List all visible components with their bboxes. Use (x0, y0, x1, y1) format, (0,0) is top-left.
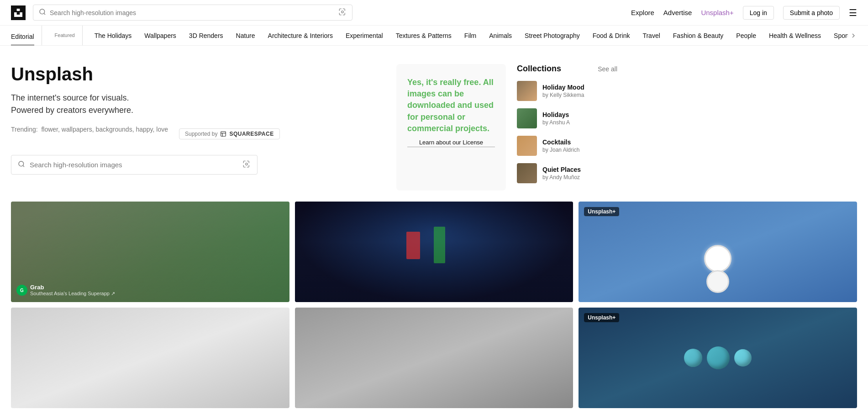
free-box-headline-start: Yes, it's really free. (407, 78, 483, 87)
photo-card-6[interactable]: Unsplash+ (579, 308, 857, 408)
photo-card-5[interactable] (295, 308, 573, 408)
collection-item-cocktails[interactable]: Cocktails by Joan Aldrich (517, 136, 617, 156)
svg-rect-2 (221, 132, 226, 137)
search-icon (39, 8, 46, 17)
collections-section: Collections See all Holiday Mood by Kell… (517, 64, 617, 191)
unsplash-plus-badge-3: Unsplash+ (584, 207, 619, 216)
free-box-headline: Yes, it's really free. All images can be… (407, 77, 495, 134)
lens-icon[interactable] (338, 8, 347, 17)
collection-item-holiday-mood[interactable]: Holiday Mood by Kelly Sikkema (517, 81, 617, 101)
sponsor-info-grab: Grab Southeast Asia's Leading Superapp ↗ (30, 284, 115, 297)
nav-item-architecture[interactable]: Architecture & Interiors (262, 26, 339, 46)
trending-links[interactable]: flower, wallpapers, backgrounds, happy, … (41, 126, 168, 133)
nav-chevron-right-icon[interactable] (850, 32, 857, 39)
see-all-link[interactable]: See all (598, 65, 617, 73)
sponsor-logo-grab: G (16, 285, 27, 296)
nav-item-film[interactable]: Film (458, 26, 483, 46)
editorial-tab[interactable]: Editorial (11, 26, 42, 46)
search-icon (18, 160, 25, 169)
collection-thumb-cocktails (517, 136, 537, 156)
collection-name-holiday-mood: Holiday Mood (542, 84, 617, 91)
supported-by-label: Supported by (185, 131, 217, 137)
collection-info-quiet: Quiet Places by Andy Muñoz (542, 166, 617, 181)
photo-image-4 (11, 308, 289, 408)
nav-item-people[interactable]: People (730, 26, 763, 46)
sponsor-sub-grab: Southeast Asia's Leading Superapp ↗ (30, 291, 115, 297)
collection-by-quiet: by Andy Muñoz (542, 174, 617, 181)
collection-by-cocktails: by Joan Aldrich (542, 147, 617, 153)
photo-card-3[interactable]: Unsplash+ (579, 202, 857, 302)
svg-point-0 (40, 9, 45, 14)
nav-item-experimental[interactable]: Experimental (339, 26, 389, 46)
nav-item-wallpapers[interactable]: Wallpapers (138, 26, 183, 46)
collection-by-holidays: by Anshu A (542, 119, 617, 126)
hero-section: Unsplash The internet's source for visua… (11, 64, 385, 191)
nav-item-sports[interactable]: Sports (827, 26, 848, 46)
photo-image-5 (295, 308, 573, 408)
trending-label: Trending: flower, wallpapers, background… (11, 126, 168, 133)
photo-card-1[interactable]: G Grab Southeast Asia's Leading Superapp… (11, 202, 289, 302)
nav-item-animals[interactable]: Animals (483, 26, 518, 46)
photo-card-2[interactable] (295, 202, 573, 302)
collection-by-holiday-mood: by Kelly Sikkema (542, 92, 617, 98)
nav-item-nature[interactable]: Nature (230, 26, 262, 46)
photo-image-3 (579, 202, 857, 302)
collection-info-cocktails: Cocktails by Joan Aldrich (542, 138, 617, 153)
sponsor-badge-grab: G Grab Southeast Asia's Leading Superapp… (16, 284, 115, 297)
collections-title: Collections (517, 64, 561, 74)
header-nav: Explore Advertise Unsplash+ Log in Submi… (631, 6, 857, 20)
trending-link[interactable]: backgrounds (95, 126, 132, 133)
trending-row: Trending: flower, wallpapers, background… (11, 126, 385, 142)
collection-name-holidays: Holidays (542, 111, 617, 118)
advertise-link[interactable]: Advertise (663, 9, 692, 16)
collection-item-holidays[interactable]: Holidays by Anshu A (517, 108, 617, 128)
collections-header: Collections See all (517, 64, 617, 74)
main-content: Unsplash The internet's source for visua… (0, 46, 868, 202)
collection-thumb-quiet (517, 163, 537, 183)
trending-link[interactable]: wallpapers (62, 126, 92, 133)
header-search-bar[interactable] (33, 5, 352, 21)
nav-item-holidays[interactable]: The Holidays (88, 26, 138, 46)
editorial-label: Editorial (11, 33, 34, 46)
collection-name-quiet: Quiet Places (542, 166, 617, 173)
svg-point-5 (19, 161, 24, 166)
collection-info-holiday-mood: Holiday Mood by Kelly Sikkema (542, 84, 617, 98)
photo-image-2 (295, 202, 573, 302)
trending-link[interactable]: love (156, 126, 168, 133)
photo-card-4[interactable] (11, 308, 289, 408)
unsplash-logo[interactable] (11, 5, 26, 20)
nav-item-fashion[interactable]: Fashion & Beauty (667, 26, 730, 46)
collection-thumb-holiday-mood (517, 81, 537, 101)
featured-label: Featured (55, 32, 75, 38)
photo-grid: G Grab Southeast Asia's Leading Superapp… (11, 202, 857, 408)
unsplash-plus-link[interactable]: Unsplash+ (701, 9, 733, 16)
nav-item-health[interactable]: Health & Wellness (763, 26, 827, 46)
hero-search-bar[interactable] (11, 155, 258, 175)
search-input[interactable] (50, 9, 335, 16)
nav-item-3d-renders[interactable]: 3D Renders (183, 26, 230, 46)
trending-link[interactable]: happy (136, 126, 153, 133)
squarespace-label: SQUARESPACE (229, 131, 274, 137)
license-link[interactable]: Learn about our License (407, 139, 495, 147)
svg-point-6 (246, 163, 248, 165)
hero-search-input[interactable] (30, 161, 238, 169)
unsplash-plus-nav[interactable]: Featured (47, 26, 83, 46)
free-box: Yes, it's really free. All images can be… (396, 64, 506, 191)
nav-item-travel[interactable]: Travel (636, 26, 666, 46)
nav-items: The Holidays Wallpapers 3D Renders Natur… (88, 26, 848, 46)
submit-photo-button[interactable]: Submit a photo (783, 6, 840, 20)
svg-point-1 (342, 11, 344, 13)
nav-item-textures[interactable]: Textures & Patterns (389, 26, 458, 46)
hamburger-icon[interactable]: ☰ (849, 7, 857, 18)
trending-link[interactable]: flower (41, 126, 58, 133)
hero-title: Unsplash (11, 64, 385, 85)
supported-by-badge[interactable]: Supported by SQUARESPACE (179, 128, 280, 139)
explore-link[interactable]: Explore (631, 9, 654, 16)
photo-grid-section: G Grab Southeast Asia's Leading Superapp… (0, 202, 868, 419)
collection-item-quiet[interactable]: Quiet Places by Andy Muñoz (517, 163, 617, 183)
collection-name-cocktails: Cocktails (542, 138, 617, 146)
nav-item-street[interactable]: Street Photography (518, 26, 586, 46)
nav-item-food[interactable]: Food & Drink (586, 26, 637, 46)
login-button[interactable]: Log in (743, 6, 774, 20)
lens-icon-hero[interactable] (242, 160, 251, 170)
